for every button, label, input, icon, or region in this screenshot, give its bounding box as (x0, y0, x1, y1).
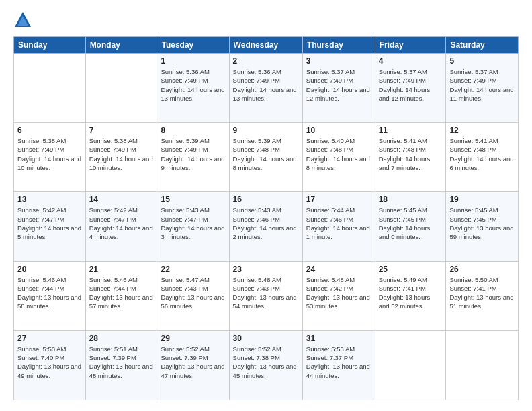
day-number: 28 (89, 334, 154, 343)
logo (13, 11, 35, 30)
table-row: 23Sunrise: 5:48 AM Sunset: 7:43 PM Dayli… (229, 261, 302, 330)
day-info: Sunrise: 5:38 AM Sunset: 7:49 PM Dayligh… (17, 136, 82, 172)
header-monday: Monday (85, 37, 157, 54)
table-row (14, 54, 86, 123)
day-info: Sunrise: 5:43 AM Sunset: 7:46 PM Dayligh… (233, 205, 299, 241)
table-row: 25Sunrise: 5:49 AM Sunset: 7:41 PM Dayli… (375, 261, 446, 330)
table-row (85, 54, 157, 123)
day-number: 10 (306, 126, 371, 135)
day-info: Sunrise: 5:53 AM Sunset: 7:37 PM Dayligh… (306, 345, 371, 380)
day-info: Sunrise: 5:37 AM Sunset: 7:49 PM Dayligh… (449, 67, 515, 103)
day-info: Sunrise: 5:42 AM Sunset: 7:47 PM Dayligh… (89, 205, 154, 241)
header-saturday: Saturday (446, 37, 519, 54)
table-row: 28Sunrise: 5:51 AM Sunset: 7:39 PM Dayli… (85, 330, 157, 400)
day-number: 15 (161, 195, 225, 204)
day-info: Sunrise: 5:41 AM Sunset: 7:48 PM Dayligh… (379, 136, 443, 172)
day-info: Sunrise: 5:50 AM Sunset: 7:41 PM Dayligh… (449, 275, 515, 311)
day-info: Sunrise: 5:39 AM Sunset: 7:49 PM Dayligh… (161, 136, 225, 172)
day-number: 31 (306, 334, 371, 343)
day-info: Sunrise: 5:51 AM Sunset: 7:39 PM Dayligh… (89, 345, 154, 380)
day-number: 23 (233, 265, 299, 274)
day-number: 20 (17, 265, 82, 274)
day-info: Sunrise: 5:49 AM Sunset: 7:41 PM Dayligh… (379, 275, 443, 311)
day-info: Sunrise: 5:48 AM Sunset: 7:42 PM Dayligh… (306, 275, 371, 311)
table-row: 17Sunrise: 5:44 AM Sunset: 7:46 PM Dayli… (302, 192, 375, 261)
day-number: 30 (233, 334, 299, 343)
day-number: 29 (161, 334, 225, 343)
table-row: 12Sunrise: 5:41 AM Sunset: 7:48 PM Dayli… (446, 123, 519, 192)
table-row: 8Sunrise: 5:39 AM Sunset: 7:49 PM Daylig… (157, 123, 229, 192)
table-row: 16Sunrise: 5:43 AM Sunset: 7:46 PM Dayli… (229, 192, 302, 261)
day-info: Sunrise: 5:40 AM Sunset: 7:48 PM Dayligh… (306, 136, 371, 172)
day-info: Sunrise: 5:36 AM Sunset: 7:49 PM Dayligh… (233, 67, 299, 103)
table-row: 11Sunrise: 5:41 AM Sunset: 7:48 PM Dayli… (375, 123, 446, 192)
table-row (375, 330, 446, 400)
day-number: 21 (89, 265, 154, 274)
table-row: 4Sunrise: 5:37 AM Sunset: 7:49 PM Daylig… (375, 54, 446, 123)
day-number: 17 (306, 195, 371, 204)
day-info: Sunrise: 5:37 AM Sunset: 7:49 PM Dayligh… (379, 67, 443, 103)
day-info: Sunrise: 5:52 AM Sunset: 7:38 PM Dayligh… (233, 345, 299, 380)
table-row: 30Sunrise: 5:52 AM Sunset: 7:38 PM Dayli… (229, 330, 302, 400)
calendar-header-row: Sunday Monday Tuesday Wednesday Thursday… (14, 37, 519, 54)
logo-icon (13, 11, 32, 30)
day-number: 26 (449, 265, 515, 274)
table-row: 14Sunrise: 5:42 AM Sunset: 7:47 PM Dayli… (85, 192, 157, 261)
day-number: 13 (17, 195, 82, 204)
table-row: 29Sunrise: 5:52 AM Sunset: 7:39 PM Dayli… (157, 330, 229, 400)
table-row: 1Sunrise: 5:36 AM Sunset: 7:49 PM Daylig… (157, 54, 229, 123)
day-number: 12 (449, 126, 515, 135)
calendar-table: Sunday Monday Tuesday Wednesday Thursday… (13, 36, 519, 400)
page: Sunday Monday Tuesday Wednesday Thursday… (0, 0, 532, 411)
day-number: 8 (161, 126, 225, 135)
day-info: Sunrise: 5:37 AM Sunset: 7:49 PM Dayligh… (306, 67, 371, 103)
table-row: 20Sunrise: 5:46 AM Sunset: 7:44 PM Dayli… (14, 261, 86, 330)
day-info: Sunrise: 5:46 AM Sunset: 7:44 PM Dayligh… (17, 275, 82, 311)
table-row: 13Sunrise: 5:42 AM Sunset: 7:47 PM Dayli… (14, 192, 86, 261)
day-number: 7 (89, 126, 154, 135)
table-row: 15Sunrise: 5:43 AM Sunset: 7:47 PM Dayli… (157, 192, 229, 261)
table-row: 7Sunrise: 5:38 AM Sunset: 7:49 PM Daylig… (85, 123, 157, 192)
day-info: Sunrise: 5:50 AM Sunset: 7:40 PM Dayligh… (17, 345, 82, 380)
day-info: Sunrise: 5:45 AM Sunset: 7:45 PM Dayligh… (379, 205, 443, 241)
day-number: 1 (161, 56, 225, 66)
table-row: 3Sunrise: 5:37 AM Sunset: 7:49 PM Daylig… (302, 54, 375, 123)
table-row: 6Sunrise: 5:38 AM Sunset: 7:49 PM Daylig… (14, 123, 86, 192)
table-row: 22Sunrise: 5:47 AM Sunset: 7:43 PM Dayli… (157, 261, 229, 330)
day-number: 25 (379, 265, 443, 274)
day-info: Sunrise: 5:38 AM Sunset: 7:49 PM Dayligh… (89, 136, 154, 172)
day-number: 22 (161, 265, 225, 274)
table-row: 27Sunrise: 5:50 AM Sunset: 7:40 PM Dayli… (14, 330, 86, 400)
day-info: Sunrise: 5:45 AM Sunset: 7:45 PM Dayligh… (449, 205, 515, 241)
day-number: 11 (379, 126, 443, 135)
day-info: Sunrise: 5:52 AM Sunset: 7:39 PM Dayligh… (161, 345, 225, 380)
table-row: 21Sunrise: 5:46 AM Sunset: 7:44 PM Dayli… (85, 261, 157, 330)
header-friday: Friday (375, 37, 446, 54)
table-row: 31Sunrise: 5:53 AM Sunset: 7:37 PM Dayli… (302, 330, 375, 400)
day-number: 24 (306, 265, 371, 274)
table-row: 19Sunrise: 5:45 AM Sunset: 7:45 PM Dayli… (446, 192, 519, 261)
day-number: 3 (306, 56, 371, 66)
day-info: Sunrise: 5:44 AM Sunset: 7:46 PM Dayligh… (306, 205, 371, 241)
day-info: Sunrise: 5:47 AM Sunset: 7:43 PM Dayligh… (161, 275, 225, 311)
table-row: 2Sunrise: 5:36 AM Sunset: 7:49 PM Daylig… (229, 54, 302, 123)
day-number: 16 (233, 195, 299, 204)
day-info: Sunrise: 5:36 AM Sunset: 7:49 PM Dayligh… (161, 67, 225, 103)
table-row: 10Sunrise: 5:40 AM Sunset: 7:48 PM Dayli… (302, 123, 375, 192)
table-row: 18Sunrise: 5:45 AM Sunset: 7:45 PM Dayli… (375, 192, 446, 261)
table-row (446, 330, 519, 400)
header-thursday: Thursday (302, 37, 375, 54)
table-row: 24Sunrise: 5:48 AM Sunset: 7:42 PM Dayli… (302, 261, 375, 330)
table-row: 5Sunrise: 5:37 AM Sunset: 7:49 PM Daylig… (446, 54, 519, 123)
header (13, 11, 519, 30)
day-number: 14 (89, 195, 154, 204)
table-row: 26Sunrise: 5:50 AM Sunset: 7:41 PM Dayli… (446, 261, 519, 330)
header-wednesday: Wednesday (229, 37, 302, 54)
day-info: Sunrise: 5:48 AM Sunset: 7:43 PM Dayligh… (233, 275, 299, 311)
day-number: 18 (379, 195, 443, 204)
day-number: 27 (17, 334, 82, 343)
day-number: 4 (379, 56, 443, 66)
day-info: Sunrise: 5:43 AM Sunset: 7:47 PM Dayligh… (161, 205, 225, 241)
table-row: 9Sunrise: 5:39 AM Sunset: 7:48 PM Daylig… (229, 123, 302, 192)
day-number: 5 (449, 56, 515, 66)
